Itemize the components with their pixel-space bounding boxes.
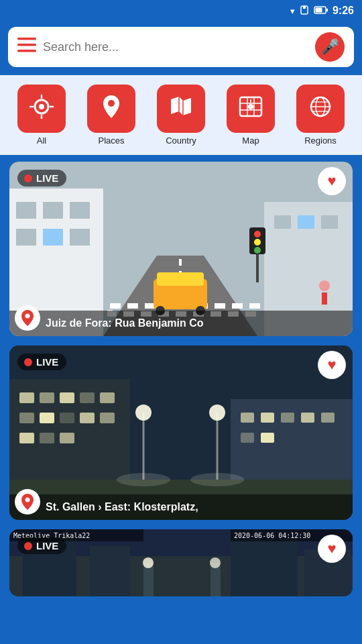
status-time: 9:26 — [333, 5, 354, 17]
svg-rect-67 — [261, 413, 274, 423]
camera-feed: LIVE ♥ Juiz de Fora: Rua Benjamin Co — [0, 155, 362, 603]
svg-rect-28 — [43, 229, 63, 246]
cat-regions-label: Regions — [304, 136, 337, 146]
cat-country[interactable]: Country — [157, 85, 205, 146]
svg-rect-63 — [40, 433, 54, 443]
svg-point-77 — [209, 405, 225, 421]
svg-rect-61 — [100, 413, 115, 423]
places-icon — [100, 94, 123, 124]
cat-places-label: Places — [98, 136, 124, 146]
svg-point-90 — [210, 557, 221, 568]
svg-rect-32 — [298, 215, 314, 229]
regions-icon — [308, 95, 333, 123]
svg-rect-26 — [70, 202, 90, 219]
svg-rect-5 — [17, 38, 36, 40]
status-icons: ▾ 9:26 — [290, 5, 354, 17]
cat-map-label: Map — [242, 136, 259, 146]
svg-rect-60 — [80, 413, 95, 423]
svg-rect-39 — [157, 272, 204, 286]
cam-title-2: St. Gallen › East: Klosterplatz, — [46, 501, 198, 513]
mic-icon: 🎤 — [321, 38, 339, 56]
svg-rect-84 — [90, 546, 130, 596]
svg-point-79 — [190, 473, 244, 486]
camera-card-3[interactable]: Meteolive Trikala22 2020-06-06 04:12:30 … — [9, 529, 353, 596]
camera-card-1[interactable]: LIVE ♥ Juiz de Fora: Rua Benjamin Co — [9, 162, 353, 336]
svg-point-75 — [135, 405, 152, 421]
svg-point-47 — [319, 280, 330, 291]
svg-rect-1 — [303, 6, 306, 9]
svg-point-45 — [254, 239, 261, 246]
sim-icon — [299, 5, 310, 17]
svg-point-44 — [254, 231, 261, 237]
fav-button-2[interactable]: ♥ — [318, 351, 346, 379]
status-bar: ▾ 9:26 — [0, 0, 362, 21]
wifi-icon: ▾ — [290, 6, 295, 16]
svg-point-78 — [117, 473, 170, 486]
heart-icon-1: ♥ — [327, 172, 336, 190]
country-icon — [168, 95, 194, 123]
svg-point-46 — [254, 247, 261, 254]
svg-rect-27 — [16, 229, 36, 246]
svg-point-88 — [143, 557, 154, 568]
svg-point-49 — [25, 314, 30, 319]
svg-rect-70 — [321, 413, 335, 423]
svg-rect-33 — [321, 215, 338, 229]
svg-rect-24 — [16, 202, 36, 219]
heart-icon-2: ♥ — [327, 356, 336, 374]
cam-pin-1 — [15, 305, 40, 331]
live-badge-1: LIVE — [17, 170, 66, 186]
svg-point-14 — [108, 100, 115, 107]
fav-button-3[interactable]: ♥ — [318, 535, 346, 563]
svg-rect-4 — [326, 8, 328, 11]
svg-point-9 — [39, 104, 44, 109]
cam-caption-2: St. Gallen › East: Klosterplatz, — [9, 494, 353, 520]
svg-rect-6 — [17, 44, 36, 46]
svg-rect-58 — [40, 413, 54, 423]
svg-rect-52 — [19, 392, 34, 403]
svg-rect-64 — [60, 433, 74, 443]
svg-rect-56 — [100, 392, 115, 403]
cat-country-label: Country — [166, 136, 196, 146]
cam-pin-2 — [15, 489, 40, 515]
cat-places[interactable]: Places — [87, 85, 135, 146]
svg-rect-59 — [60, 413, 74, 423]
svg-point-80 — [25, 498, 30, 502]
search-bar-container: 🎤 — [0, 21, 362, 75]
svg-rect-68 — [281, 413, 294, 423]
battery-icon — [314, 5, 328, 17]
heart-icon-3: ♥ — [327, 540, 336, 557]
svg-rect-53 — [40, 392, 54, 403]
camera-card-2[interactable]: LIVE ♥ St. Gallen › East: Klosterplatz, — [9, 345, 353, 520]
cat-all-label: All — [37, 136, 46, 146]
cam-title-1: Juiz de Fora: Rua Benjamin Co — [46, 317, 204, 329]
svg-rect-57 — [19, 413, 34, 423]
svg-text:2020-06-06 04:12:30: 2020-06-06 04:12:30 — [234, 532, 310, 539]
svg-rect-69 — [301, 413, 314, 423]
search-inner: 🎤 — [8, 27, 354, 67]
cat-regions[interactable]: Regions — [296, 85, 345, 146]
svg-rect-48 — [322, 292, 327, 305]
search-input[interactable] — [43, 40, 308, 54]
cat-all[interactable]: All — [17, 85, 66, 146]
svg-rect-55 — [80, 392, 95, 403]
live-badge-3: LIVE — [17, 537, 66, 554]
svg-rect-71 — [241, 433, 254, 443]
svg-rect-3 — [315, 7, 322, 12]
fav-button-1[interactable]: ♥ — [318, 167, 346, 195]
svg-rect-66 — [241, 413, 254, 423]
mic-button[interactable]: 🎤 — [315, 32, 345, 62]
map-icon — [238, 95, 263, 123]
svg-rect-29 — [70, 229, 90, 246]
cam-caption-1: Juiz de Fora: Rua Benjamin Co — [9, 311, 353, 336]
svg-rect-54 — [60, 392, 74, 403]
svg-rect-25 — [43, 202, 63, 219]
svg-point-16 — [248, 104, 253, 109]
svg-rect-62 — [19, 433, 34, 443]
live-badge-2: LIVE — [17, 354, 66, 370]
hamburger-icon[interactable] — [17, 38, 36, 56]
cat-map[interactable]: Map — [227, 85, 275, 146]
svg-rect-72 — [261, 433, 274, 443]
svg-rect-31 — [274, 215, 291, 229]
svg-rect-7 — [17, 50, 36, 52]
all-icon — [29, 94, 54, 124]
